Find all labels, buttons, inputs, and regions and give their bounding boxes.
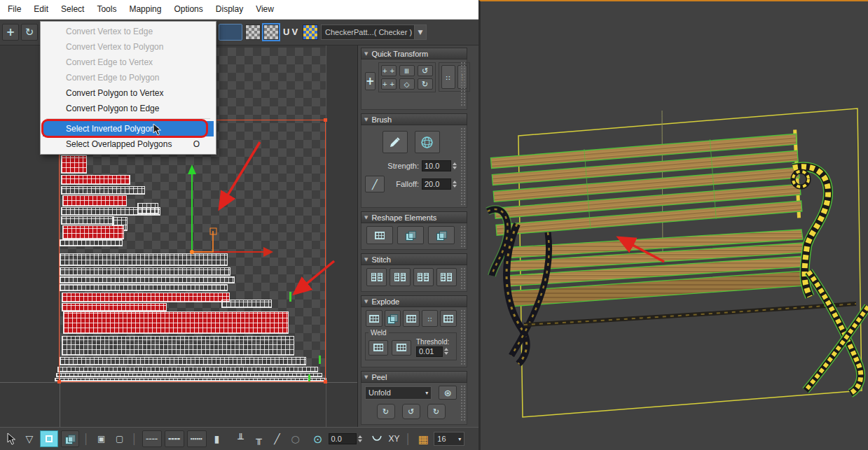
falloff-curve-button[interactable]: ╱ [365,176,385,192]
strength-value[interactable]: 10.0 [422,160,451,171]
spinner-arrows[interactable] [358,433,362,444]
unpin-button[interactable]: ╥ [252,430,267,447]
menu-mapping[interactable]: Mapping [123,0,167,19]
peel-settings-button[interactable]: ⊛ [439,386,457,400]
edge-loop-button[interactable]: ╌╌ [142,430,162,447]
bench-right-legs[interactable] [806,272,868,393]
edge-grow-button[interactable]: ┅┅ [187,430,207,447]
edge-ring-button[interactable]: ╍╍ [165,430,184,447]
perspective-viewport[interactable] [478,0,868,450]
menu-select[interactable]: Select [55,0,90,19]
toolbar-button-partial[interactable] [219,24,242,41]
checker-pattern-button[interactable] [263,24,279,40]
peel-mode-select[interactable]: Unfold ▾ [365,386,432,400]
paint-select-button-active[interactable] [40,430,58,447]
uv-selection-rectangle[interactable] [59,120,326,382]
weld-all-button[interactable] [392,340,411,356]
lasso-select-button[interactable]: ▽ [22,430,37,447]
flatten-by-edge-angle-button[interactable] [366,310,383,327]
menu-item-convert-polygon-to-edge[interactable]: Convert Polygon to Edge [43,101,214,116]
stitch-target-button[interactable] [436,268,457,286]
thick-seam-button[interactable]: ▮ [209,430,225,447]
coordinate-value[interactable]: 0.0 [329,433,357,444]
falloff-spinner[interactable]: 20.0 [422,178,457,190]
section-header-brush[interactable]: ▼ Brush [361,113,467,125]
snap-grid-button[interactable]: ▦ [415,430,431,447]
panel-grip[interactable] [460,62,465,107]
falloff-value[interactable]: 20.0 [422,178,451,190]
coordinate-spinner[interactable]: 0.0 [329,433,362,444]
material-dropdown[interactable]: CheckerPatt...( Checker ) ▼ [321,24,427,40]
space-horizontal-button[interactable]: + + [381,78,397,90]
material-dropdown-caret[interactable]: ▼ [415,24,427,40]
section-header-reshape[interactable]: ▼ Reshape Elements [361,211,467,223]
strength-spinner[interactable]: 10.0 [422,160,457,171]
panel-grip[interactable] [460,385,465,422]
stitch-average-button[interactable] [390,268,410,286]
menu-options[interactable]: Options [167,0,209,19]
section-header-peel[interactable]: ▼ Peel [361,371,467,383]
straighten-selection-button[interactable] [366,226,393,244]
quick-peel-button[interactable]: ↻ [377,404,395,419]
threshold-value[interactable]: 0.01 [416,346,443,357]
panel-grip[interactable] [460,267,465,289]
shrink-selection-button[interactable]: ▢ [112,430,128,447]
menu-edit[interactable]: Edit [27,0,55,19]
pelt-map-button[interactable]: ↻ [427,404,446,419]
menu-tools[interactable]: Tools [90,0,123,19]
relax-until-flat-button[interactable] [397,226,424,244]
stitch-source-button[interactable] [413,268,434,286]
stitch-custom-button[interactable] [366,268,387,286]
panel-grip[interactable] [460,309,465,365]
panel-grip[interactable] [460,225,465,247]
spinner-arrows[interactable] [444,346,448,357]
align-pivot-button[interactable]: :: [441,65,455,89]
section-header-explode[interactable]: ▼ Explode [361,295,467,307]
explode-to-faces-button[interactable]: :: [422,310,439,327]
menu-item-convert-polygon-to-vertex[interactable]: Convert Polygon to Vertex [43,85,214,101]
select-cursor-button[interactable] [4,430,19,447]
spinner-arrows[interactable] [453,160,457,171]
paint-move-brush-button[interactable] [383,131,408,153]
peel-mode-icon: ↺ [408,407,414,416]
rotate-ccw-button[interactable]: ↺ [418,65,433,76]
relax-brush-button[interactable] [415,131,440,153]
pin-button[interactable]: ╨ [233,430,249,447]
axis-mode-label[interactable]: XY [389,434,400,444]
move-tool-button[interactable]: + [2,24,19,41]
rotate-tool-button[interactable]: ↻ [21,24,38,41]
flatten-by-material-button[interactable] [403,310,420,327]
weld-selected-button[interactable] [368,340,388,356]
menu-display[interactable]: Display [209,0,249,19]
align-vertical-button[interactable]: ≡ [399,65,415,76]
grid-size-select[interactable]: 16 ▾ [434,432,464,446]
soft-selection-falloff-button[interactable] [369,430,385,447]
grow-selection-button[interactable]: ▣ [94,430,109,447]
section-header-quick-transform[interactable]: ▼ Quick Transform [361,48,467,59]
align-to-edge-button[interactable]: ◇ [399,78,415,90]
section-header-stitch[interactable]: ▼ Stitch [361,253,467,265]
flatten-by-smoothing-group-button[interactable] [385,310,401,327]
bench-backrest[interactable] [490,129,803,241]
spinner-arrows[interactable] [453,178,457,190]
relax-element-button[interactable] [428,226,455,244]
select-element-button[interactable] [61,430,79,447]
point-to-point-seam-button[interactable]: ○ [288,430,303,447]
explode-to-elements-button[interactable] [440,310,457,327]
material-dropdown-value[interactable]: CheckerPatt...( Checker ) [321,24,415,40]
menu-view[interactable]: View [249,0,280,19]
align-horizontal-button[interactable]: + + [381,65,397,76]
absolute-typein-toggle[interactable]: ⊙ [310,430,326,447]
menu-item-select-overlapped-polygons[interactable]: Select Overlapped Polygons O [43,136,214,152]
rotate-cw-button[interactable]: ↻ [418,78,433,90]
texture-checker-button[interactable] [303,24,318,40]
bench-stretcher[interactable] [524,304,856,325]
menu-file[interactable]: File [1,0,27,19]
move-mode-button[interactable]: + [365,72,376,90]
menu-item-select-inverted-polygons[interactable]: Select Inverted Polygons [43,121,214,136]
peel-mode-button[interactable]: ↺ [402,404,420,419]
edit-seams-button[interactable]: ╱ [270,430,285,447]
threshold-spinner[interactable]: 0.01 [416,346,449,357]
show-map-button[interactable] [245,24,261,40]
panel-grip[interactable] [460,127,465,205]
